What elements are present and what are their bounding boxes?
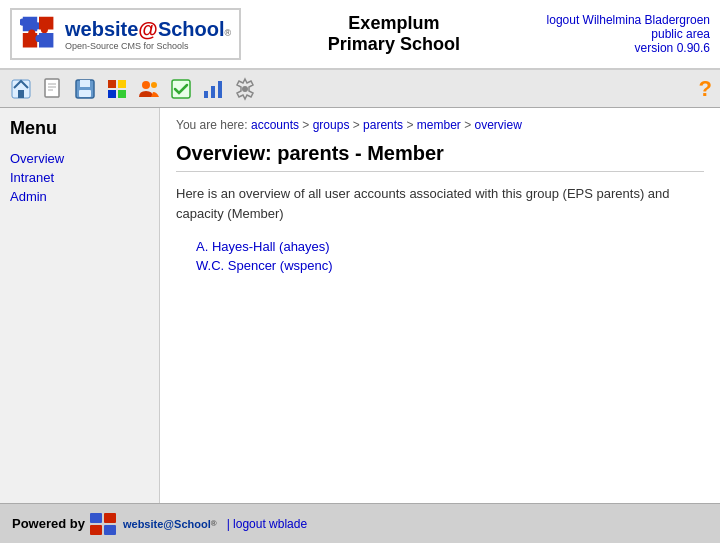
svg-rect-11 — [108, 90, 116, 98]
sidebar-item-overview[interactable]: Overview — [10, 151, 149, 166]
home-icon[interactable] — [8, 76, 34, 102]
breadcrumb-member[interactable]: member — [417, 118, 461, 132]
breadcrumb-sep3: > — [406, 118, 416, 132]
breadcrumb-sep1: > — [302, 118, 312, 132]
logo-box: website @ School ® Open-Source CMS for S… — [10, 8, 241, 60]
svg-rect-1 — [18, 90, 24, 98]
breadcrumb-accounts[interactable]: accounts — [251, 118, 299, 132]
toolbar: ? — [0, 70, 720, 108]
svg-point-14 — [151, 82, 157, 88]
main-layout: Menu Overview Intranet Admin You are her… — [0, 108, 720, 503]
sidebar-item-admin[interactable]: Admin — [10, 189, 149, 204]
sidebar: Menu Overview Intranet Admin — [0, 108, 160, 503]
footer-logo: Powered by website@School ® — [12, 512, 217, 536]
breadcrumb-overview[interactable]: overview — [475, 118, 522, 132]
member-link-0[interactable]: A. Hayes-Hall (ahayes) — [196, 239, 704, 254]
svg-rect-17 — [211, 86, 215, 98]
svg-rect-8 — [79, 90, 91, 97]
sidebar-item-intranet[interactable]: Intranet — [10, 170, 149, 185]
toolbar-icons — [8, 76, 258, 102]
breadcrumb: You are here: accounts > groups > parent… — [176, 118, 704, 132]
user-area: public area — [547, 27, 710, 41]
description: Here is an overview of all user accounts… — [176, 184, 704, 223]
save-icon[interactable] — [72, 76, 98, 102]
svg-rect-22 — [90, 525, 102, 535]
breadcrumb-prefix: You are here: — [176, 118, 248, 132]
svg-rect-7 — [80, 80, 90, 87]
footer: Powered by website@School ® | logout wbl… — [0, 503, 720, 543]
stats-icon[interactable] — [200, 76, 226, 102]
module-icon[interactable] — [104, 76, 130, 102]
users-icon[interactable] — [136, 76, 162, 102]
svg-rect-23 — [104, 525, 116, 535]
svg-rect-2 — [45, 79, 59, 97]
user-info: logout Wilhelmina Bladergroen public are… — [547, 13, 710, 55]
svg-rect-18 — [218, 81, 222, 98]
logo-puzzle-icon — [20, 14, 60, 54]
header: website @ School ® Open-Source CMS for S… — [0, 0, 720, 70]
sidebar-menu-label: Menu — [10, 118, 149, 139]
svg-rect-20 — [90, 513, 102, 523]
settings-icon[interactable] — [232, 76, 258, 102]
svg-rect-16 — [204, 91, 208, 98]
school-name-line2: Primary School — [241, 34, 546, 55]
svg-point-13 — [142, 81, 150, 89]
school-name: Exemplum Primary School — [241, 13, 546, 55]
svg-rect-21 — [104, 513, 116, 523]
breadcrumb-sep2: > — [353, 118, 363, 132]
svg-rect-9 — [108, 80, 116, 88]
svg-rect-10 — [118, 80, 126, 88]
user-logout-link[interactable]: logout Wilhelmina Bladergroen — [547, 13, 710, 27]
logo-area: website @ School ® Open-Source CMS for S… — [10, 8, 241, 60]
page-icon[interactable] — [40, 76, 66, 102]
footer-powered-by: Powered by — [12, 516, 85, 531]
footer-logout-link[interactable]: | logout wblade — [227, 517, 308, 531]
breadcrumb-sep4: > — [464, 118, 474, 132]
tasks-icon[interactable] — [168, 76, 194, 102]
svg-rect-12 — [118, 90, 126, 98]
page-title: Overview: parents - Member — [176, 142, 704, 172]
help-icon[interactable]: ? — [699, 76, 712, 102]
breadcrumb-parents[interactable]: parents — [363, 118, 403, 132]
breadcrumb-groups[interactable]: groups — [313, 118, 350, 132]
svg-point-19 — [242, 86, 248, 92]
footer-logo-icon — [89, 512, 119, 536]
school-name-line1: Exemplum — [241, 13, 546, 34]
content: You are here: accounts > groups > parent… — [160, 108, 720, 503]
footer-logout: | logout wblade — [227, 517, 308, 531]
member-link-1[interactable]: W.C. Spencer (wspenc) — [196, 258, 704, 273]
logo-text: website @ School ® Open-Source CMS for S… — [65, 18, 231, 51]
user-version: version 0.90.6 — [547, 41, 710, 55]
